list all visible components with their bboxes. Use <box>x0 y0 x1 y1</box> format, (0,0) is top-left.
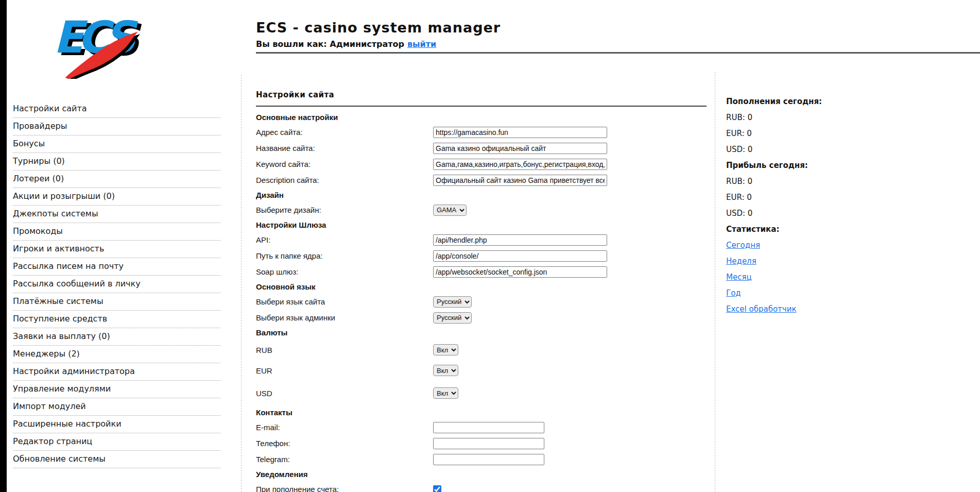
text-input[interactable] <box>433 127 607 138</box>
form-section-header: Настройки Шлюза <box>256 218 713 232</box>
sidebar-menu: Настройки сайтаПровайдерыБонусыТурниры (… <box>13 100 220 468</box>
select-input[interactable]: Вкл <box>433 387 458 399</box>
logged-in-text: Вы вошли как: Администратор <box>256 39 404 49</box>
form-row: Soap шлюз: <box>256 264 713 280</box>
field-label: E-mail: <box>256 423 433 432</box>
form-section-header: Уведомления <box>256 467 713 481</box>
sidebar-menu-item[interactable]: Рассылка сообщений в личку <box>13 276 220 293</box>
sidebar-menu-item[interactable]: Управление модулями <box>13 381 220 398</box>
sidebar-menu-item[interactable]: Турниры (0) <box>13 153 220 171</box>
header-divider <box>256 52 980 54</box>
sidebar-menu-item[interactable]: Импорт модулей <box>13 398 220 416</box>
field-label: Название сайта: <box>256 144 433 152</box>
sidebar-menu-item[interactable]: Игроки и активность <box>13 241 220 258</box>
text-input[interactable] <box>433 175 607 186</box>
text-input[interactable] <box>433 422 544 433</box>
sidebar-menu-item[interactable]: Заявки на выплату (0) <box>13 328 220 346</box>
stats-value: EUR: 0 <box>726 190 896 206</box>
form-row: USDВкл <box>256 381 713 405</box>
field-label: Адрес сайта: <box>256 128 433 137</box>
checkbox-input[interactable] <box>433 485 441 492</box>
stats-header: Пополнения сегодня: <box>726 94 896 110</box>
stats-header: Статистика: <box>726 222 896 237</box>
sidebar-menu-item[interactable]: Промокоды <box>13 223 220 241</box>
form-section-header: Дизайн <box>256 188 713 202</box>
form-row: API: <box>256 232 713 248</box>
stats-value: RUB: 0 <box>726 174 896 190</box>
right-panel-separator <box>715 72 715 492</box>
text-input[interactable] <box>433 266 607 278</box>
form-row: Название сайта: <box>256 140 713 156</box>
stats-link-row: Excel обработчик <box>726 301 896 317</box>
stats-link-row: Сегодня <box>726 237 896 253</box>
stats-panel: Пополнения сегодня:RUB: 0EUR: 0USD: 0При… <box>726 94 896 317</box>
sidebar-menu-item[interactable]: Платёжные системы <box>13 293 220 311</box>
sidebar-menu-item[interactable]: Провайдеры <box>13 118 220 135</box>
sidebar-menu-item[interactable]: Акции и розыгрыши (0) <box>13 188 220 206</box>
form-row: Адрес сайта: <box>256 124 713 140</box>
select-input[interactable]: Вкл <box>433 365 458 376</box>
stats-value: EUR: 0 <box>726 126 896 142</box>
stats-link[interactable]: Неделя <box>726 257 757 266</box>
logout-link[interactable]: выйти <box>407 39 436 49</box>
text-input[interactable] <box>433 159 607 170</box>
form-row: E-mail: <box>256 419 713 435</box>
stats-value: USD: 0 <box>726 206 896 222</box>
field-label: Телефон: <box>256 439 433 448</box>
form-row: Description сайта: <box>256 172 713 188</box>
stats-link-row: Неделя <box>726 253 896 269</box>
field-label: Description сайта: <box>256 176 433 184</box>
select-input[interactable]: GAMA <box>433 205 467 216</box>
field-label: USD <box>256 389 433 398</box>
sidebar-menu-item[interactable]: Поступление средств <box>13 311 220 328</box>
text-input[interactable] <box>433 454 544 465</box>
field-label: EUR <box>256 366 433 375</box>
form-section-header: Основной язык <box>256 280 713 294</box>
stats-header: Прибыль сегодня: <box>726 158 896 174</box>
app-title: ECS - casino system manager <box>256 20 501 36</box>
form-row: Телефон: <box>256 435 713 451</box>
settings-form: Основные настройкиАдрес сайта:Название с… <box>256 110 713 492</box>
form-row: Выберите дизайн:GAMA <box>256 202 713 218</box>
select-input[interactable]: Русский <box>433 296 472 308</box>
page-title: Настройки сайта <box>256 90 713 99</box>
form-row: При пополнение счета: <box>256 481 713 492</box>
left-edge-bar <box>0 0 7 492</box>
sidebar-menu-item[interactable]: Редактор страниц <box>13 433 220 451</box>
sidebar-menu-item[interactable]: Бонусы <box>13 135 220 153</box>
sidebar-menu-item[interactable]: Джекпоты системы <box>13 206 220 223</box>
select-input[interactable]: Вкл <box>433 344 458 355</box>
field-label: При пополнение счета: <box>256 485 433 492</box>
settings-panel: Настройки сайта Основные настройкиАдрес … <box>256 90 713 492</box>
stats-link[interactable]: Сегодня <box>726 241 760 250</box>
sidebar-menu-item[interactable]: Лотереи (0) <box>13 171 220 188</box>
form-row: RUBВкл <box>256 340 713 360</box>
field-label: Soap шлюз: <box>256 267 433 276</box>
sidebar-menu-item[interactable]: Менеджеры (2) <box>13 346 220 363</box>
form-row: Выбери язык сайтаРусский <box>256 294 713 310</box>
sidebar-menu-item[interactable]: Расширенные настройки <box>13 416 220 433</box>
form-row: Keyword сайта: <box>256 156 713 172</box>
form-row: Telegram: <box>256 451 713 467</box>
form-section-header: Контакты <box>256 405 713 419</box>
select-input[interactable]: Русский <box>433 312 472 324</box>
sidebar-menu-item[interactable]: Обновление системы <box>13 451 220 468</box>
text-input[interactable] <box>433 234 607 246</box>
text-input[interactable] <box>433 438 544 449</box>
stats-link[interactable]: Год <box>726 289 741 298</box>
sidebar-menu-item[interactable]: Настройки сайта <box>13 100 220 118</box>
field-label: Keyword сайта: <box>256 160 433 168</box>
field-label: Выбери язык сайта <box>256 297 433 306</box>
form-section-header: Валюты <box>256 326 713 340</box>
field-label: API: <box>256 235 433 244</box>
sidebar-menu-item[interactable]: Настройки администратора <box>13 363 220 381</box>
text-input[interactable] <box>433 250 607 262</box>
field-label: Выбери язык админки <box>256 313 433 322</box>
stats-link[interactable]: Excel обработчик <box>726 304 796 314</box>
ecs-logo: ECS ECS <box>51 9 142 79</box>
stats-link[interactable]: Месяц <box>726 273 752 282</box>
field-label: Telegram: <box>256 455 433 464</box>
sidebar-menu-item[interactable]: Рассылка писем на почту <box>13 258 220 276</box>
text-input[interactable] <box>433 143 607 154</box>
form-row: Выбери язык админкиРусский <box>256 310 713 326</box>
